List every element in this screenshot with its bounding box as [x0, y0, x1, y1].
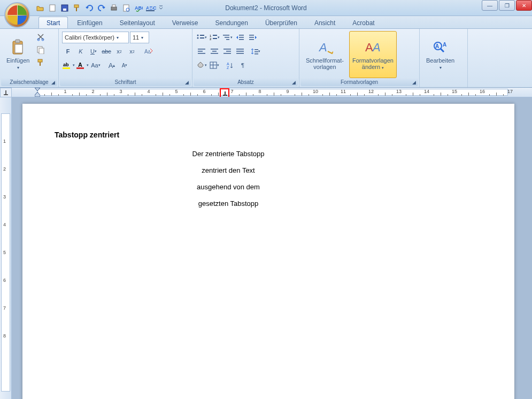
svg-rect-35: [223, 35, 229, 36]
print-icon[interactable]: [109, 3, 119, 13]
svg-text:A: A: [78, 62, 82, 68]
group-clipboard: Einfügen▾ Zwischenablage ◢: [0, 29, 59, 87]
decrease-indent-button[interactable]: [234, 32, 246, 43]
ruler-number: 4: [147, 89, 150, 94]
multilevel-list-button[interactable]: ▾: [221, 32, 233, 43]
superscript-button[interactable]: x2: [126, 45, 138, 57]
show-marks-button[interactable]: ¶: [237, 59, 249, 71]
svg-point-29: [197, 37, 199, 39]
paragraph-dialog-launcher-icon[interactable]: ◢: [290, 79, 297, 86]
svg-rect-34: [213, 38, 217, 39]
svg-text:123: 123: [148, 6, 153, 10]
change-styles-button[interactable]: AA Formatvorlagen ändern ▾: [349, 31, 397, 78]
svg-rect-5: [111, 7, 117, 10]
svg-text:A: A: [227, 62, 229, 66]
close-button[interactable]: ✕: [516, 0, 532, 11]
redo-icon[interactable]: [96, 3, 107, 13]
ruler-number: 10: [313, 89, 318, 94]
shading-button[interactable]: ▾: [196, 59, 207, 71]
ruler-number: 17: [507, 89, 513, 94]
print-preview-icon[interactable]: [121, 3, 132, 13]
svg-point-27: [197, 35, 199, 36]
maximize-button[interactable]: ❐: [499, 0, 515, 11]
hanging-indent-marker[interactable]: [35, 92, 40, 97]
clipboard-dialog-launcher-icon[interactable]: ◢: [50, 79, 56, 86]
increase-indent-button[interactable]: [247, 32, 259, 43]
quick-access-toolbar: ABC ABC123: [35, 3, 164, 13]
subscript-button[interactable]: x2: [113, 45, 125, 57]
font-color-button[interactable]: A▾: [76, 59, 89, 71]
quick-styles-icon: A: [316, 39, 333, 56]
change-case-button[interactable]: Aa▾: [90, 59, 102, 71]
document-area[interactable]: Tabstopp zentriert Der zentrierte Tabsto…: [12, 97, 532, 399]
font-name-combo[interactable]: Calibri (Textkörper)▾: [62, 32, 129, 43]
line-spacing-button[interactable]: ▾: [250, 45, 261, 57]
format-paint-icon[interactable]: [72, 3, 82, 13]
strikethrough-button[interactable]: abc: [101, 45, 112, 57]
align-center-button[interactable]: [209, 45, 220, 57]
qat-customize-icon[interactable]: [158, 3, 164, 13]
office-button[interactable]: [4, 2, 30, 28]
font-size-combo[interactable]: 11▾: [130, 32, 149, 43]
save-icon[interactable]: [59, 3, 70, 13]
clear-formatting-icon[interactable]: Aa: [142, 45, 154, 57]
ruler-v-number: 5: [3, 250, 6, 255]
first-line-indent-marker[interactable]: [35, 88, 40, 92]
numbering-button[interactable]: 12▾: [209, 32, 220, 43]
svg-rect-47: [211, 49, 218, 50]
ruler-v-number: 6: [3, 278, 6, 283]
tab-acrobat[interactable]: Acrobat: [344, 17, 382, 28]
align-right-button[interactable]: [221, 45, 233, 57]
borders-button[interactable]: ▾: [209, 59, 220, 71]
quick-styles-button[interactable]: A Schnellformat- vorlagen: [303, 31, 347, 78]
highlight-color-button[interactable]: ab▾: [62, 59, 75, 71]
undo-icon[interactable]: [84, 3, 95, 13]
bold-button[interactable]: F: [62, 45, 74, 57]
tab-verweise[interactable]: Verweise: [164, 17, 206, 28]
horizontal-ruler[interactable]: 1234567891011121314151617: [12, 88, 532, 97]
justify-button[interactable]: [234, 45, 246, 57]
tab-selector-button[interactable]: [0, 88, 12, 97]
svg-rect-49: [211, 53, 218, 54]
grow-font-button[interactable]: A▴: [106, 59, 118, 71]
align-left-button[interactable]: [196, 45, 207, 57]
svg-rect-41: [249, 35, 254, 36]
cut-icon[interactable]: [35, 31, 47, 43]
ruler-number: 9: [286, 89, 289, 94]
tab-einfuegen[interactable]: Einfügen: [69, 17, 110, 28]
paste-button[interactable]: Einfügen▾: [3, 31, 33, 78]
word-count-icon[interactable]: ABC123: [145, 3, 156, 13]
font-dialog-launcher-icon[interactable]: ◢: [183, 79, 190, 86]
new-doc-icon[interactable]: [47, 3, 58, 13]
sort-button[interactable]: AZ: [224, 59, 236, 71]
minimize-button[interactable]: —: [482, 0, 498, 11]
svg-rect-56: [255, 49, 258, 50]
svg-rect-24: [63, 67, 70, 69]
copy-icon[interactable]: [35, 44, 47, 56]
editing-button[interactable]: AA Bearbeiten▾: [423, 31, 458, 78]
vertical-ruler[interactable]: 12345678: [0, 97, 12, 399]
italic-button[interactable]: K: [75, 45, 87, 57]
paragraph-group-label: Absatz: [194, 78, 298, 86]
svg-rect-26: [76, 67, 84, 69]
paste-label: Einfügen: [6, 57, 29, 64]
tab-start[interactable]: Start: [38, 17, 68, 28]
ruler-number: 6: [203, 89, 205, 94]
underline-button[interactable]: U▾: [88, 45, 99, 57]
shrink-font-button[interactable]: A▾: [119, 59, 130, 71]
svg-rect-30: [200, 37, 204, 39]
styles-dialog-launcher-icon[interactable]: ◢: [411, 79, 417, 86]
svg-text:Aa: Aa: [144, 49, 151, 55]
open-icon[interactable]: [35, 3, 45, 13]
tab-sendungen[interactable]: Sendungen: [207, 17, 256, 28]
bullets-button[interactable]: ▾: [196, 32, 207, 43]
svg-rect-44: [198, 49, 205, 50]
ruler-number: 15: [452, 89, 457, 94]
tab-ueberpruefen[interactable]: Überprüfen: [257, 17, 305, 28]
document-line: gesetzten Tabstopp: [92, 200, 365, 208]
tab-ansicht[interactable]: Ansicht: [306, 17, 343, 28]
clipboard-icon: [10, 39, 27, 56]
format-painter-icon[interactable]: [35, 57, 47, 68]
spell-check-icon[interactable]: ABC: [133, 3, 144, 13]
tab-seitenlayout[interactable]: Seitenlayout: [112, 17, 163, 28]
